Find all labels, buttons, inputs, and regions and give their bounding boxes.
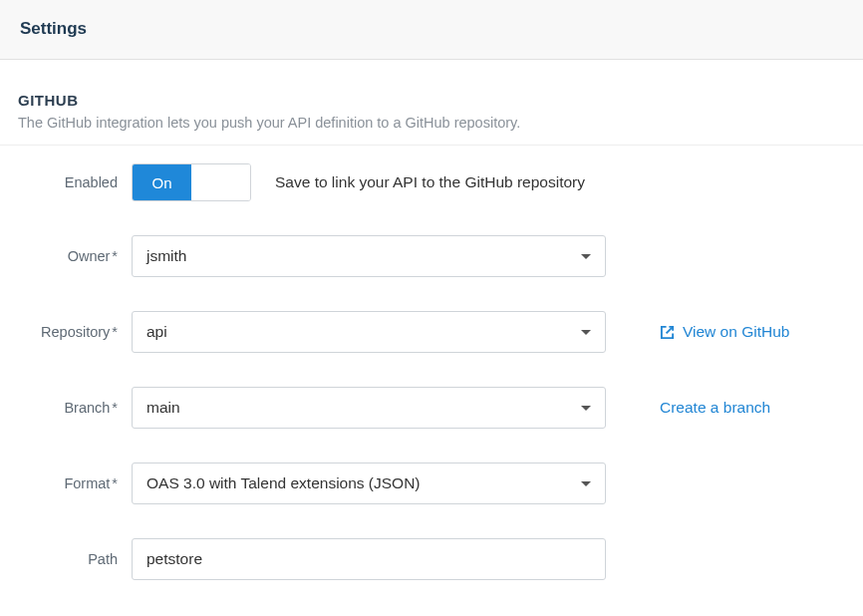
page-header: Settings: [0, 0, 863, 60]
create-branch-link[interactable]: Create a branch: [660, 399, 770, 417]
create-branch-text: Create a branch: [660, 399, 770, 417]
path-row: Path petstore: [18, 538, 845, 580]
branch-label: Branch*: [18, 400, 132, 416]
branch-control-wrap: main: [132, 387, 606, 429]
path-input-value: petstore: [146, 550, 202, 568]
enabled-row: Enabled On Save to link your API to the …: [18, 163, 845, 201]
enabled-toggle[interactable]: On: [132, 163, 251, 201]
format-label-text: Format: [64, 475, 110, 491]
repository-row: Repository* api View on GitHub: [18, 311, 845, 353]
owner-select[interactable]: jsmith: [132, 235, 606, 277]
path-label: Path: [18, 551, 132, 567]
owner-control-wrap: jsmith: [132, 235, 606, 277]
owner-select-value: jsmith: [146, 247, 186, 265]
enabled-label: Enabled: [18, 174, 132, 190]
toggle-on-half: On: [133, 164, 191, 200]
format-control-wrap: OAS 3.0 with Talend extensions (JSON): [132, 462, 606, 504]
chevron-down-icon: [581, 481, 591, 486]
github-section-header: GITHUB The GitHub integration lets you p…: [0, 60, 863, 146]
view-on-github-link[interactable]: View on GitHub: [660, 323, 789, 341]
page-title: Settings: [20, 19, 843, 39]
branch-row: Branch* main Create a branch: [18, 387, 845, 429]
enabled-helper-text: Save to link your API to the GitHub repo…: [275, 173, 585, 191]
chevron-down-icon: [581, 406, 591, 411]
enabled-control-wrap: On: [132, 163, 251, 201]
owner-label: Owner*: [18, 248, 132, 264]
github-settings-form: Enabled On Save to link your API to the …: [0, 146, 863, 580]
repository-select-value: api: [146, 323, 167, 341]
format-select[interactable]: OAS 3.0 with Talend extensions (JSON): [132, 462, 606, 504]
branch-select-value: main: [146, 399, 180, 417]
branch-label-text: Branch: [64, 400, 110, 416]
chevron-down-icon: [581, 330, 591, 335]
path-control-wrap: petstore: [132, 538, 606, 580]
path-input[interactable]: petstore: [132, 538, 606, 580]
repository-select[interactable]: api: [132, 311, 606, 353]
format-label: Format*: [18, 475, 132, 491]
repository-required-marker: *: [112, 324, 118, 340]
chevron-down-icon: [581, 254, 591, 259]
repository-label-text: Repository: [41, 324, 110, 340]
format-select-value: OAS 3.0 with Talend extensions (JSON): [146, 474, 421, 492]
branch-select[interactable]: main: [132, 387, 606, 429]
section-description: The GitHub integration lets you push you…: [18, 115, 845, 131]
owner-row: Owner* jsmith: [18, 235, 845, 277]
owner-required-marker: *: [112, 248, 118, 264]
repository-label: Repository*: [18, 324, 132, 340]
view-on-github-text: View on GitHub: [683, 323, 789, 341]
external-link-icon: [660, 325, 675, 340]
branch-required-marker: *: [112, 400, 118, 416]
format-row: Format* OAS 3.0 with Talend extensions (…: [18, 462, 845, 504]
section-title: GITHUB: [18, 92, 845, 109]
owner-label-text: Owner: [68, 248, 111, 264]
format-required-marker: *: [112, 475, 118, 491]
toggle-off-half: [191, 164, 250, 200]
repository-control-wrap: api: [132, 311, 606, 353]
